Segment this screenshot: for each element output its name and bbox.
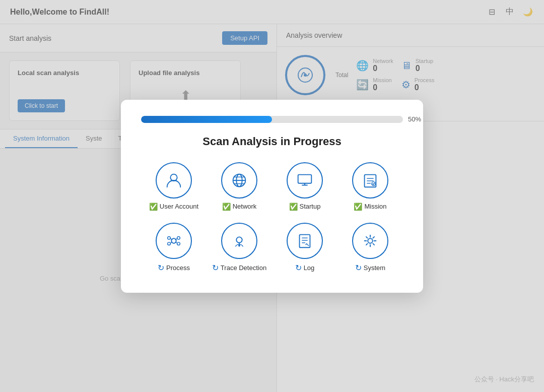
system-label-row: ↻ System — [355, 263, 385, 273]
svg-point-18 — [168, 242, 171, 245]
process-label-row: ↻ Process — [158, 263, 190, 273]
mission-label-row: ✅ Mission — [354, 203, 386, 211]
scan-item-startup: ✅ Startup — [272, 162, 337, 211]
trace-loading-icon: ↻ — [212, 263, 219, 273]
scan-item-user-account: ✅ User Account — [141, 162, 207, 211]
log-label: Log — [304, 264, 315, 272]
overlay: 50% Scan Analysis in Progress ✅ User Acc… — [0, 0, 544, 392]
svg-rect-8 — [298, 174, 312, 183]
svg-point-31 — [368, 238, 373, 243]
network-label-row: ✅ Network — [222, 203, 257, 211]
system-circle — [352, 223, 388, 259]
network-circle — [221, 162, 257, 199]
trace-label-row: ↻ Trace Detection — [212, 263, 266, 273]
svg-point-2 — [170, 174, 177, 180]
progress-row: 50% — [141, 116, 403, 123]
svg-point-19 — [177, 236, 180, 239]
progress-label: 50% — [408, 115, 421, 123]
progress-bar-fill — [141, 116, 272, 123]
mission-label: Mission — [364, 203, 386, 210]
svg-point-17 — [168, 236, 171, 239]
svg-point-16 — [171, 238, 176, 243]
scan-item-process: ↻ Process — [141, 223, 207, 273]
mission-check-icon: ✅ — [354, 203, 362, 211]
svg-point-25 — [236, 237, 242, 242]
scan-item-log: ↻ Log — [272, 223, 337, 273]
startup-circle — [287, 162, 323, 199]
system-label: System — [364, 264, 385, 272]
process-loading-icon: ↻ — [158, 263, 164, 273]
network-label: Network — [233, 203, 257, 210]
mission-circle — [352, 162, 388, 199]
trace-label: Trace Detection — [221, 264, 266, 272]
process-circle — [156, 223, 192, 259]
scan-item-trace-detection: ↻ Trace Detection — [207, 223, 272, 273]
svg-point-20 — [177, 242, 180, 245]
scan-items-grid: ✅ User Account ✅ Network — [141, 162, 403, 273]
progress-bar-container — [141, 116, 403, 123]
scan-item-mission: ✅ Mission — [337, 162, 403, 211]
scan-item-network: ✅ Network — [207, 162, 272, 211]
process-label: Process — [166, 264, 190, 272]
log-label-row: ↻ Log — [295, 263, 315, 273]
system-loading-icon: ↻ — [355, 263, 362, 273]
network-check-icon: ✅ — [222, 203, 231, 211]
log-loading-icon: ↻ — [295, 263, 302, 273]
startup-check-icon: ✅ — [289, 203, 298, 211]
scan-item-system: ↻ System — [337, 223, 403, 273]
scan-progress-modal: 50% Scan Analysis in Progress ✅ User Acc… — [121, 100, 423, 293]
user-account-label-row: ✅ User Account — [149, 203, 198, 211]
user-account-check-icon: ✅ — [149, 203, 158, 211]
user-account-label: User Account — [160, 203, 198, 210]
startup-label: Startup — [300, 203, 321, 210]
startup-label-row: ✅ Startup — [289, 203, 321, 211]
user-account-circle — [156, 162, 192, 199]
trace-circle — [221, 223, 257, 259]
log-circle — [287, 223, 323, 259]
modal-title: Scan Analysis in Progress — [141, 135, 403, 148]
